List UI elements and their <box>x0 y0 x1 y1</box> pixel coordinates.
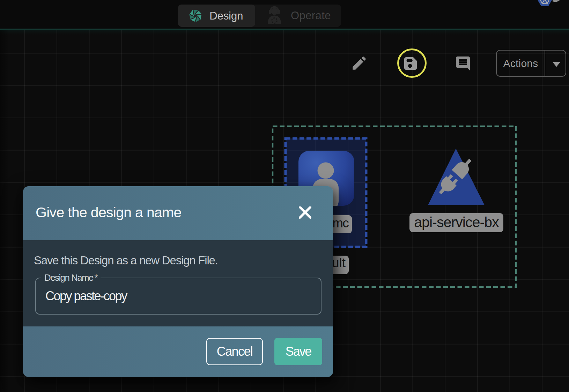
svg-text:api-service-bx: api-service-bx <box>414 214 499 230</box>
svg-text:ult: ult <box>332 256 346 270</box>
svg-text:mc: mc <box>332 216 349 230</box>
